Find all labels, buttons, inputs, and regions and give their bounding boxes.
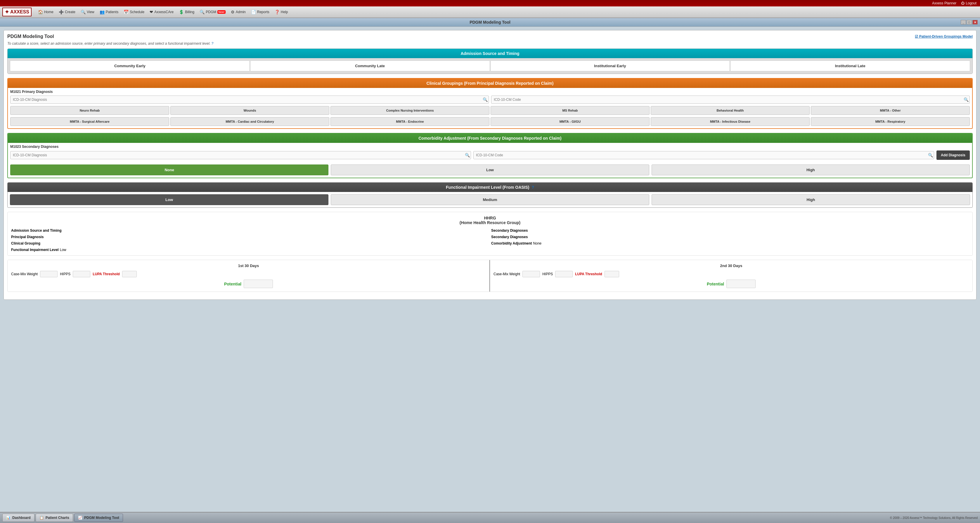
nav-reports[interactable]: 📄 Reports [249, 8, 272, 16]
secondary-diagnosis-label: M1023 Secondary Diagnoses [8, 143, 972, 149]
first-30-days-panel: 1st 30 Days Case-Mix Weight HIPPS LUPA T… [8, 260, 490, 292]
comorbidity-none[interactable]: None [10, 164, 328, 175]
functional-options: Low Medium High [8, 192, 972, 207]
comorbidity-high[interactable]: High [652, 164, 970, 175]
clin-mmta-endocrine[interactable]: MMTA - Endocrine [331, 117, 489, 126]
clin-mmta-other[interactable]: MMTA - Other [811, 106, 970, 115]
clin-mmta-surgical[interactable]: MMTA - Surgical Aftercare [10, 117, 169, 126]
primary-search-row: 🔍 🔍 [8, 94, 972, 106]
second-casemix-input[interactable] [522, 271, 540, 277]
functional-help-icon[interactable]: ? [531, 185, 534, 190]
clinical-grid-row2: MMTA - Surgical Aftercare MMTA - Cardiac… [8, 117, 972, 128]
patients-icon: 👥 [100, 10, 105, 14]
clinical-header: Clinical Groupings (From Principal Diagn… [8, 79, 972, 88]
first-hipps-input[interactable] [73, 271, 90, 277]
first-casemix-input[interactable] [40, 271, 57, 277]
taskbar-patient-charts[interactable]: 📋 Patient Charts [36, 513, 73, 522]
clin-mmta-infectious[interactable]: MMTA - Infectious Disease [651, 117, 810, 126]
new-badge: New! [217, 10, 226, 14]
admission-community-early[interactable]: Community Early [10, 60, 250, 71]
titlebar-text: PDGM Modeling Tool [469, 20, 511, 25]
close-btn[interactable]: ✕ [972, 20, 978, 25]
functional-low[interactable]: Low [10, 194, 328, 205]
pdgm-link-text: Patient-Driven Groupings Model [919, 35, 973, 38]
secondary-diagnosis-input[interactable] [10, 151, 471, 159]
patient-charts-icon: 📋 [40, 516, 44, 520]
nav-patients-label: Patients [106, 10, 118, 14]
nav-create[interactable]: ➕ Create [56, 8, 78, 16]
home-icon: 🏠 [38, 10, 43, 14]
clin-behavioral-health[interactable]: Behavioral Health [651, 106, 810, 115]
second-potential-input[interactable] [726, 280, 756, 288]
planner-link[interactable]: Axxess Planner [932, 1, 956, 5]
tool-title-row: PDGM Modeling Tool ☑ Patient-Driven Grou… [7, 34, 973, 39]
primary-code-input-wrap: 🔍 [491, 95, 970, 104]
clin-wounds[interactable]: Wounds [170, 106, 329, 115]
admission-institutional-late[interactable]: Institutional Late [730, 60, 970, 71]
clin-complex-nursing[interactable]: Complex Nursing Interventions [331, 106, 489, 115]
primary-code-search-btn[interactable]: 🔍 [964, 97, 969, 102]
primary-code-input[interactable] [491, 95, 970, 104]
nav-home[interactable]: 🏠 Home [36, 8, 56, 16]
secondary-diagnosis-search-btn[interactable]: 🔍 [465, 153, 470, 157]
nav-view[interactable]: 🔍 View [78, 8, 97, 16]
top-bar: Axxess Planner ⏻ Logout [0, 0, 980, 6]
clin-mmta-gigu[interactable]: MMTA - GI/GU [491, 117, 649, 126]
nav-help[interactable]: ❓ Help [272, 8, 290, 16]
nav-reports-label: Reports [257, 10, 269, 14]
taskbar-dashboard[interactable]: 📊 Dashboard [2, 513, 35, 522]
billing-icon: 💲 [179, 10, 184, 14]
secondary-code-input[interactable] [473, 151, 934, 159]
taskbar-pdgm-tool[interactable]: 📈 PDGM Modeling Tool [74, 513, 123, 522]
nav-axxesscare[interactable]: ❤ AxxessCAre [147, 8, 176, 16]
functional-medium[interactable]: Medium [331, 194, 649, 205]
comorbidity-options: None Low High [8, 162, 972, 178]
first-potential-input[interactable] [244, 280, 273, 288]
primary-diagnosis-search-btn[interactable]: 🔍 [483, 97, 488, 102]
help-icon: ❓ [275, 10, 280, 14]
axxesscare-icon: ❤ [150, 10, 153, 14]
add-diagnosis-btn[interactable]: Add Diagnosis [937, 151, 970, 160]
nav-billing[interactable]: 💲 Billing [177, 8, 197, 16]
functional-high[interactable]: High [652, 194, 970, 205]
comorbidity-low[interactable]: Low [331, 164, 649, 175]
admission-header: Admission Source and Timing [8, 49, 972, 58]
first-30-title: 1st 30 Days [11, 264, 486, 268]
clin-mmta-respiratory[interactable]: MMTA - Respiratory [811, 117, 970, 126]
second-hipps-input[interactable] [555, 271, 573, 277]
admission-section: Admission Source and Timing Community Ea… [7, 49, 973, 74]
second-30-title: 2nd 30 Days [493, 264, 969, 268]
clin-mmta-cardiac[interactable]: MMTA - Cardiac and Circulatory [170, 117, 329, 126]
comorbidity-header: Comorbidity Adjustment (From Secondary D… [8, 134, 972, 143]
first-lupa-input[interactable] [122, 271, 137, 277]
hhrg-clinical-grouping: Clinical Grouping [11, 241, 489, 245]
clin-neuro-rehab[interactable]: Neuro Rehab [10, 106, 169, 115]
instruction-help-icon[interactable]: ? [212, 41, 213, 46]
restore-btn[interactable]: □ [967, 20, 972, 25]
secondary-diagnosis-input-wrap: 🔍 [10, 151, 471, 159]
minimize-btn[interactable]: _ [961, 20, 966, 25]
admission-options: Community Early Community Late Instituti… [8, 58, 972, 74]
clin-ms-rehab[interactable]: MS Rehab [491, 106, 649, 115]
first-hipps-label: HIPPS [60, 272, 70, 276]
logout-label: Logout [966, 1, 977, 5]
nav-patients[interactable]: 👥 Patients [97, 8, 121, 16]
pdgm-model-link[interactable]: ☑ Patient-Driven Groupings Model [915, 35, 973, 38]
functional-section: Functional Impairment Level (From OASIS)… [7, 182, 973, 208]
planner-label: Axxess Planner [932, 1, 956, 5]
window-controls: _ □ ✕ [961, 20, 978, 25]
secondary-code-search-btn[interactable]: 🔍 [928, 153, 933, 157]
hhrg-title: HHRG (Home Health Resource Group) [11, 216, 969, 225]
admission-institutional-early[interactable]: Institutional Early [490, 60, 730, 71]
nav-pdgm[interactable]: 🔍 PDGM New! [197, 8, 228, 16]
nav-view-label: View [87, 10, 94, 14]
logout-btn[interactable]: ⏻ Logout [961, 1, 977, 5]
nav-schedule[interactable]: 📅 Schedule [121, 8, 147, 16]
taskbar-patient-charts-label: Patient Charts [46, 516, 69, 520]
nav-admin[interactable]: ⚙ Admin [229, 8, 248, 16]
hhrg-title-line2: (Home Health Resource Group) [11, 220, 969, 225]
primary-diagnosis-input[interactable] [10, 95, 489, 104]
admission-community-late[interactable]: Community Late [250, 60, 490, 71]
second-lupa-input[interactable] [605, 271, 619, 277]
primary-diagnosis-input-wrap: 🔍 [10, 95, 489, 104]
